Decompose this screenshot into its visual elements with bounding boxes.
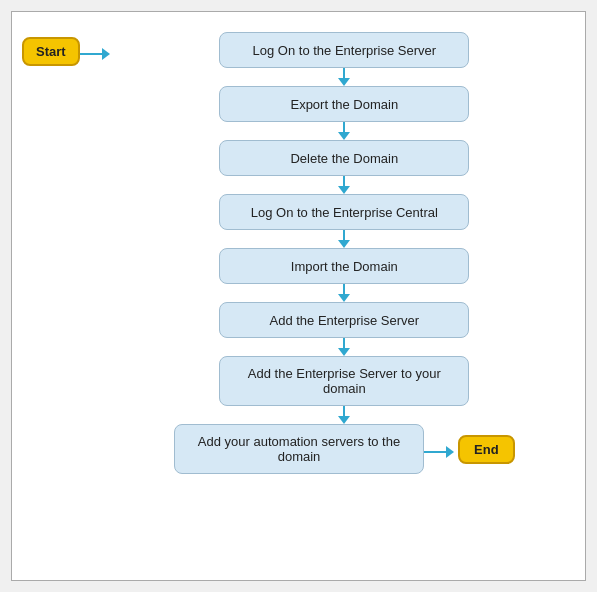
step-3: Delete the Domain [219, 140, 469, 176]
start-row: Start [22, 37, 110, 66]
end-arrow [424, 446, 454, 458]
arrow-7 [338, 406, 350, 424]
arrow-6 [338, 338, 350, 356]
arrow-line [343, 176, 345, 186]
step-6: Add the Enterprise Server [219, 302, 469, 338]
last-row: Add your automation servers to the domai… [174, 424, 515, 474]
arrow-5 [338, 284, 350, 302]
arrow-line [343, 406, 345, 416]
arrow-head [338, 186, 350, 194]
arrow-head [338, 294, 350, 302]
center-column: Log On to the Enterprise Server Export t… [114, 32, 575, 474]
end-node: End [458, 435, 515, 464]
arrow-head [338, 78, 350, 86]
arrow-head [338, 240, 350, 248]
arrow-line [343, 68, 345, 78]
step-8: Add your automation servers to the domai… [174, 424, 424, 474]
arrow-1 [338, 68, 350, 86]
arrow-head [338, 416, 350, 424]
arrow-line [343, 338, 345, 348]
arrow-right-head [102, 48, 110, 60]
arrow-line [343, 122, 345, 132]
arrow-right-head [446, 446, 454, 458]
flow-container: Start Log On to the Enterprise Server Ex… [22, 32, 575, 474]
arrow-2 [338, 122, 350, 140]
arrow-right-line [424, 451, 446, 453]
start-arrow [80, 48, 110, 60]
arrow-line [343, 284, 345, 294]
step-1: Log On to the Enterprise Server [219, 32, 469, 68]
left-column: Start [22, 32, 110, 66]
arrow-head [338, 132, 350, 140]
canvas: Start Log On to the Enterprise Server Ex… [11, 11, 586, 581]
arrow-right-line [80, 53, 102, 55]
step-7: Add the Enterprise Server to your domain [219, 356, 469, 406]
arrow-4 [338, 230, 350, 248]
step-2: Export the Domain [219, 86, 469, 122]
arrow-head [338, 348, 350, 356]
arrow-3 [338, 176, 350, 194]
start-node: Start [22, 37, 80, 66]
step-5: Import the Domain [219, 248, 469, 284]
arrow-line [343, 230, 345, 240]
step-4: Log On to the Enterprise Central [219, 194, 469, 230]
